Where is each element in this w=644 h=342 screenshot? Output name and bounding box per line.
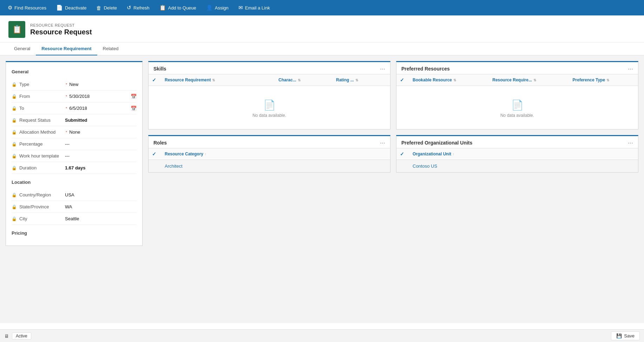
allocation-method-label: Allocation Method <box>19 129 65 135</box>
main-content: General 🔒 Type * New 🔒 From * 5/30/2018 … <box>0 55 644 323</box>
pou-row-check <box>396 160 409 173</box>
field-percentage: 🔒 Percentage --- <box>12 138 137 150</box>
pr-col-bookable-resource[interactable]: Bookable Resource ⇅ <box>409 74 489 86</box>
duration-label: Duration <box>19 165 65 170</box>
roles-check-header[interactable]: ✓ <box>149 148 161 160</box>
nav-email-link-button[interactable]: ✉ Email a Link <box>234 0 275 15</box>
preferred-resources-panel: Preferred Resources ··· ✓ Bookable Resou… <box>396 61 638 129</box>
roles-dots-menu[interactable]: ··· <box>380 140 385 146</box>
nav-assign-button[interactable]: 👤 Assign <box>201 0 234 15</box>
skills-col-resource-requirement[interactable]: Resource Requirement ⇅ <box>161 74 275 86</box>
roles-row-resource-category[interactable]: Architect <box>161 160 390 173</box>
field-country-region: 🔒 Country/Region USA <box>12 189 137 201</box>
field-city: 🔒 City Seattle <box>12 213 137 225</box>
skills-table: ✓ Resource Requirement ⇅ Charac... <box>149 74 390 129</box>
pr-check-header[interactable]: ✓ <box>396 74 409 86</box>
right-panels: Skills ··· ✓ Resource Requirement <box>148 61 638 173</box>
preferred-org-units-header: Preferred Organizational Units ··· <box>396 136 638 148</box>
add-to-queue-icon: 📋 <box>159 5 166 11</box>
field-state-province: 🔒 State/Province WA <box>12 201 137 213</box>
skills-col-rating[interactable]: Rating ... ⇅ <box>333 74 390 86</box>
nav-refresh-button[interactable]: ↺ Refresh <box>122 0 155 15</box>
pr-col-preference-type[interactable]: Preference Type ⇅ <box>569 74 638 86</box>
tab-resource-requirement[interactable]: Resource Requirement <box>36 42 97 55</box>
nav-delete-button[interactable]: 🗑 Delete <box>91 0 122 15</box>
city-value: Seattle <box>65 216 137 221</box>
lock-icon-allocation: 🔒 <box>12 130 17 135</box>
type-value: New <box>69 82 137 87</box>
tab-general[interactable]: General <box>8 42 36 55</box>
type-label: Type <box>19 82 65 87</box>
nav-add-to-queue-button[interactable]: 📋 Add to Queue <box>155 0 201 15</box>
no-data-text: No data available. <box>152 113 387 118</box>
page-title-area: RESOURCE REQUEST Resource Request <box>30 23 92 36</box>
skills-dots-menu[interactable]: ··· <box>380 66 385 72</box>
preferred-org-units-table: ✓ Organizational Unit ↑ <box>396 148 638 172</box>
duration-value: 1.67 days <box>65 165 137 170</box>
sort-icon-rreq[interactable]: ⇅ <box>533 78 536 82</box>
page-title: Resource Request <box>30 28 92 36</box>
sort-icon-rating[interactable]: ⇅ <box>355 78 358 82</box>
sort-icon-rr[interactable]: ⇅ <box>212 78 215 82</box>
no-data-icon: 📄 <box>152 99 387 111</box>
pricing-section-label: Pricing <box>12 230 137 236</box>
skills-check-icon: ✓ <box>152 77 156 83</box>
state-province-value: WA <box>65 204 137 209</box>
skills-title: Skills <box>153 66 166 72</box>
table-row: Contoso US <box>396 160 638 173</box>
from-date-field: 5/30/2018 📅 <box>69 94 137 99</box>
percentage-value: --- <box>65 141 137 147</box>
to-calendar-icon[interactable]: 📅 <box>131 106 137 111</box>
sort-icon-char[interactable]: ⇅ <box>298 78 301 82</box>
roles-table: ✓ Resource Category ↑ <box>149 148 390 172</box>
lock-icon-from: 🔒 <box>12 94 17 99</box>
lock-icon-country: 🔒 <box>12 193 17 197</box>
sort-icon-br[interactable]: ⇅ <box>453 78 456 82</box>
roles-row-check <box>149 160 161 173</box>
preferred-org-units-title: Preferred Organizational Units <box>401 140 472 146</box>
city-label: City <box>19 216 65 221</box>
pou-col-organizational-unit[interactable]: Organizational Unit ↑ <box>409 148 638 160</box>
top-row-panels: Skills ··· ✓ Resource Requirement <box>148 61 638 129</box>
lock-icon-percentage: 🔒 <box>12 142 17 147</box>
sort-icon-ou[interactable]: ↑ <box>453 152 454 156</box>
request-status-value: Submitted <box>65 118 137 123</box>
field-work-hour-template: 🔒 Work hour template --- <box>12 150 137 162</box>
sort-icon-rc[interactable]: ↑ <box>205 152 206 156</box>
roles-col-resource-category[interactable]: Resource Category ↑ <box>161 148 390 160</box>
tab-related[interactable]: Related <box>97 42 124 55</box>
work-hour-template-value: --- <box>65 153 137 159</box>
tabs-bar: General Resource Requirement Related <box>0 42 644 55</box>
skills-check-header[interactable]: ✓ <box>149 74 161 86</box>
field-to: 🔒 To * 6/5/2018 📅 <box>12 102 137 114</box>
pr-check-icon: ✓ <box>400 77 404 83</box>
roles-panel-header: Roles ··· <box>149 136 390 148</box>
from-calendar-icon[interactable]: 📅 <box>131 94 137 99</box>
roles-panel: Roles ··· ✓ Resource Category ↑ <box>148 135 390 173</box>
roles-check-icon: ✓ <box>152 151 156 157</box>
lock-icon-state: 🔒 <box>12 204 17 209</box>
preferred-org-units-dots-menu[interactable]: ··· <box>628 140 633 146</box>
field-type: 🔒 Type * New <box>12 79 137 90</box>
refresh-icon: ↺ <box>127 5 131 11</box>
preferred-resources-dots-menu[interactable]: ··· <box>628 66 633 72</box>
field-duration: 🔒 Duration 1.67 days <box>12 162 137 174</box>
nav-deactivate-button[interactable]: 📄 Deactivate <box>51 0 91 15</box>
lock-icon-work-hour: 🔒 <box>12 154 17 159</box>
skills-col-characteristics[interactable]: Charac... ⇅ <box>275 74 333 86</box>
find-resources-icon: ⚙ <box>8 5 12 11</box>
pr-no-data-text: No data available. <box>400 113 635 118</box>
state-province-label: State/Province <box>19 204 65 209</box>
sort-icon-ptype[interactable]: ⇅ <box>606 78 609 82</box>
pou-row-org-unit[interactable]: Contoso US <box>409 160 638 173</box>
preferred-resources-title: Preferred Resources <box>401 66 450 72</box>
lock-icon-to: 🔒 <box>12 106 17 111</box>
work-hour-template-label: Work hour template <box>19 153 65 159</box>
nav-find-resources-button[interactable]: ⚙ Find Resources <box>3 0 51 15</box>
skills-panel: Skills ··· ✓ Resource Requirement <box>148 61 390 129</box>
table-row: Architect <box>149 160 390 173</box>
page-header: 📋 RESOURCE REQUEST Resource Request <box>0 15 644 42</box>
skills-no-data: 📄 No data available. <box>152 89 387 126</box>
pou-check-header[interactable]: ✓ <box>396 148 409 160</box>
pr-col-resource-require[interactable]: Resource Require... ⇅ <box>489 74 569 86</box>
